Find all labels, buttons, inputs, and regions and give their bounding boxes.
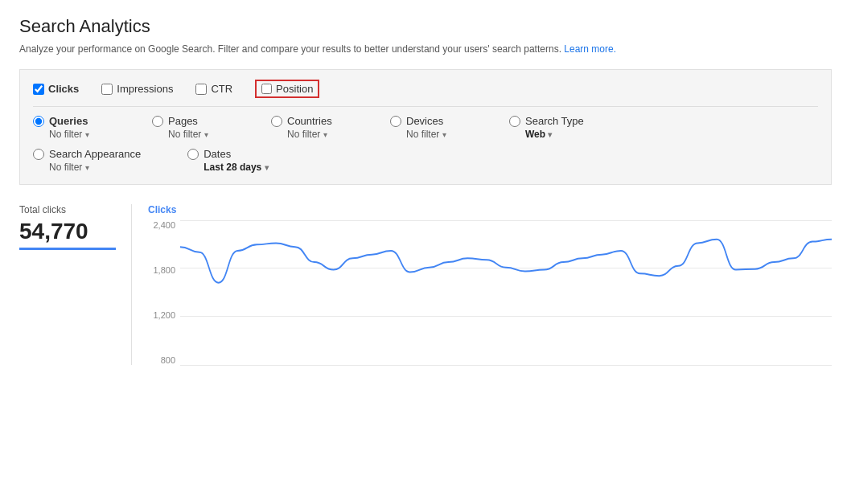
y-axis: 2,400 1,800 1,200 800 [148, 220, 180, 365]
metrics-chart-area: Total clicks 54,770 Clicks 2,400 1,800 1… [19, 204, 832, 365]
ctr-input[interactable] [195, 84, 207, 95]
countries-label: Countries [287, 115, 332, 127]
devices-filter[interactable]: No filter ▾ [406, 129, 471, 140]
chart-container: 2,400 1,800 1,200 800 [148, 220, 832, 365]
queries-radio[interactable] [33, 116, 44, 127]
radio-row-1: Queries No filter ▾ Pages No filter ▾ Co… [33, 115, 818, 140]
devices-radio[interactable] [390, 116, 401, 127]
radio-search-type[interactable]: Search Type Web ▾ [509, 115, 590, 140]
grid-line-bottom [180, 365, 832, 366]
chart-panel: Clicks 2,400 1,800 1,200 800 [132, 204, 832, 365]
total-clicks-value: 54,770 [19, 219, 115, 244]
impressions-input[interactable] [101, 84, 113, 95]
position-input[interactable] [261, 84, 272, 94]
devices-label: Devices [406, 115, 443, 127]
position-box[interactable]: Position [255, 80, 319, 98]
search-type-radio[interactable] [509, 116, 520, 127]
dates-radio[interactable] [187, 149, 199, 160]
queries-filter[interactable]: No filter ▾ [49, 129, 113, 140]
y-label-800: 800 [148, 355, 175, 365]
clicks-input[interactable] [33, 84, 44, 95]
learn-more-link[interactable]: Learn more. [564, 43, 616, 55]
radio-queries[interactable]: Queries No filter ▾ [33, 115, 113, 140]
search-appearance-radio[interactable] [33, 149, 44, 160]
radio-devices[interactable]: Devices No filter ▾ [390, 115, 471, 140]
divider [33, 106, 818, 107]
clicks-label: Clicks [48, 83, 79, 95]
radio-dates[interactable]: Dates Last 28 days ▾ [187, 148, 268, 173]
radio-row-2: Search Appearance No filter ▾ Dates Last… [33, 148, 818, 173]
line-chart [180, 220, 832, 365]
y-label-1200: 1,200 [148, 310, 175, 320]
search-appearance-label: Search Appearance [49, 148, 141, 160]
y-label-2400: 2,400 [148, 220, 175, 230]
page-subtitle: Analyze your performance on Google Searc… [19, 42, 832, 56]
search-type-label: Search Type [525, 115, 584, 127]
ctr-label: CTR [211, 83, 232, 95]
radio-pages[interactable]: Pages No filter ▾ [152, 115, 232, 140]
checkbox-row: Clicks Impressions CTR Position [33, 80, 818, 98]
radio-countries[interactable]: Countries No filter ▾ [271, 115, 352, 140]
radio-search-appearance[interactable]: Search Appearance No filter ▾ [33, 148, 141, 173]
countries-filter[interactable]: No filter ▾ [287, 129, 352, 140]
impressions-label: Impressions [117, 83, 173, 95]
position-label: Position [276, 83, 313, 95]
dates-label: Dates [204, 148, 231, 160]
queries-label: Queries [49, 115, 88, 127]
ctr-checkbox[interactable]: CTR [195, 83, 232, 95]
appearance-filter[interactable]: No filter ▾ [49, 162, 141, 173]
metric-underline [19, 248, 116, 250]
clicks-checkbox[interactable]: Clicks [33, 83, 79, 95]
countries-radio[interactable] [271, 116, 282, 127]
pages-radio[interactable] [152, 116, 163, 127]
pages-filter[interactable]: No filter ▾ [168, 129, 232, 140]
impressions-checkbox[interactable]: Impressions [101, 83, 173, 95]
y-label-1800: 1,800 [148, 265, 175, 275]
dates-filter[interactable]: Last 28 days ▾ [204, 162, 268, 173]
search-type-filter[interactable]: Web ▾ [525, 129, 590, 140]
filter-panel: Clicks Impressions CTR Position Queries … [19, 69, 832, 185]
chart-series-label: Clicks [148, 204, 832, 215]
chart-inner [180, 220, 832, 365]
page-title: Search Analytics [19, 16, 832, 37]
total-clicks-label: Total clicks [19, 204, 115, 215]
metrics-panel: Total clicks 54,770 [19, 204, 132, 365]
pages-label: Pages [168, 115, 198, 127]
